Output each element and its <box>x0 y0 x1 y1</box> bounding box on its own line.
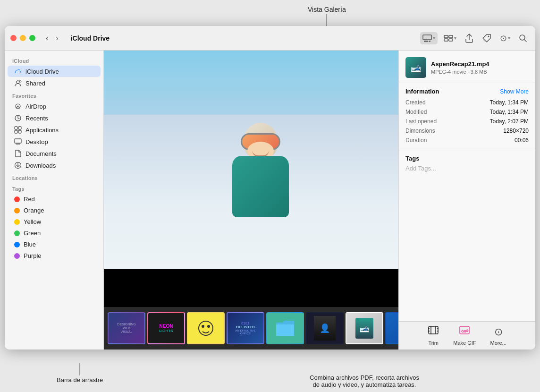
annotation-gallery-view: Vista Galería <box>308 6 346 13</box>
trim-label: Trim <box>428 340 439 346</box>
view-chevron: ▾ <box>433 35 435 41</box>
share-button[interactable] <box>463 31 476 45</box>
add-tags-field[interactable]: Add Tags... <box>405 165 529 172</box>
svg-text:GIF: GIF <box>461 329 467 333</box>
thumbnail-item[interactable] <box>266 312 304 344</box>
sidebar-label-shared: Shared <box>25 80 45 87</box>
sidebar-item-recents[interactable]: Recents <box>8 112 101 124</box>
video-preview[interactable] <box>104 51 398 307</box>
sidebar-item-blue[interactable]: Blue <box>8 239 101 250</box>
sidebar-item-icloud-drive[interactable]: iCloud Drive <box>8 66 101 77</box>
thumbnail-item[interactable] <box>187 312 225 344</box>
svg-rect-5 <box>444 39 448 41</box>
inspector-row-last-opened: Last opened Today, 2:07 PM <box>405 117 529 126</box>
more-label: More... <box>490 340 506 346</box>
svg-point-25 <box>207 325 210 328</box>
svg-line-10 <box>524 39 527 42</box>
trim-button[interactable]: Trim <box>428 325 439 346</box>
tag-button[interactable] <box>480 31 494 45</box>
svg-point-8 <box>488 35 489 37</box>
nav-buttons: ‹ › <box>43 32 61 44</box>
forward-button[interactable]: › <box>53 32 61 44</box>
inspector-value-modified: Today, 1:34 PM <box>490 109 529 115</box>
sidebar-section-favorites: Favorites <box>5 89 103 100</box>
thumbnail-item-selected[interactable]: 🎿 <box>346 312 383 344</box>
inspector-label-modified: Modified <box>405 109 427 115</box>
inspector-row-dimensions: Dimensions 1280×720 <box>405 126 529 136</box>
more-actions-button[interactable]: ⊙ ▾ <box>498 31 513 46</box>
close-button[interactable] <box>10 35 17 41</box>
thumbnail-item[interactable]: NEON LIGHTS <box>147 312 185 344</box>
thumbnail-item[interactable]: DESIGNINGWEBVISUAL <box>108 312 145 344</box>
sidebar-item-orange[interactable]: Orange <box>8 205 101 216</box>
inspector-thumbnail: 🎿 <box>405 57 426 78</box>
jacket <box>232 156 289 217</box>
sidebar-item-red[interactable]: Red <box>8 194 101 205</box>
thumbnail-item[interactable]: 👤 <box>306 312 344 344</box>
sidebar-item-green[interactable]: Green <box>8 228 101 239</box>
search-button[interactable] <box>516 32 530 45</box>
make-gif-button[interactable]: GIF Make GIF <box>453 325 476 346</box>
inspector-header: 🎿 AspenRecap21.mp4 MPEG-4 movie · 3.8 MB <box>399 51 535 83</box>
sidebar-label-green: Green <box>24 230 41 237</box>
svg-rect-1 <box>424 41 426 42</box>
desktop-icon <box>14 138 22 145</box>
fullscreen-button[interactable] <box>29 35 35 41</box>
sidebar-label-downloads: Downloads <box>25 162 56 169</box>
main-content: iCloud iCloud Drive Shared <box>5 51 535 349</box>
sidebar-label-documents: Documents <box>25 150 57 157</box>
more-button[interactable]: ⊙ More... <box>490 326 506 346</box>
sidebar-label-applications: Applications <box>25 127 59 134</box>
content-area: DESIGNINGWEBVISUAL NEON LIGHTS <box>104 51 535 349</box>
more-icon: ⊙ <box>494 326 503 338</box>
sidebar-item-documents[interactable]: Documents <box>8 148 101 159</box>
applications-icon <box>14 126 22 134</box>
sidebar-section-tags: Tags <box>5 182 103 193</box>
minimize-button[interactable] <box>20 35 26 41</box>
tag-icon <box>482 34 491 43</box>
toolbar-right: ▾ ▾ <box>420 31 530 46</box>
sidebar-item-purple[interactable]: Purple <box>8 250 101 261</box>
sidebar-item-desktop[interactable]: Desktop <box>8 136 101 147</box>
svg-point-12 <box>19 80 21 82</box>
gif-icon: GIF <box>459 325 470 338</box>
thumbnail-item[interactable]: 2021 TYPE <box>385 312 398 344</box>
sidebar-item-shared[interactable]: Shared <box>8 77 101 89</box>
orange-tag-dot <box>14 208 20 213</box>
inspector-tags-title: Tags <box>405 155 529 162</box>
skier-image <box>104 51 398 307</box>
gallery-view-icon <box>422 34 432 42</box>
inspector-filetype: MPEG-4 movie · 3.8 MB <box>431 69 529 75</box>
gallery-view-button[interactable]: ▾ <box>420 32 438 44</box>
inspector-value-duration: 00:06 <box>515 137 529 144</box>
sidebar-item-downloads[interactable]: Downloads <box>8 160 101 171</box>
sidebar-label-icloud-drive: iCloud Drive <box>25 68 59 75</box>
share-icon <box>465 34 473 43</box>
svg-rect-20 <box>15 139 21 143</box>
sidebar-item-applications[interactable]: Applications <box>8 124 101 136</box>
sidebar-item-yellow[interactable]: Yellow <box>8 216 101 227</box>
sidebar-label-purple: Purple <box>24 252 42 259</box>
inspector-label-created: Created <box>405 99 426 106</box>
back-button[interactable]: ‹ <box>43 32 51 44</box>
svg-rect-16 <box>15 127 17 129</box>
svg-rect-18 <box>15 130 17 133</box>
arrange-button[interactable]: ▾ <box>441 32 459 44</box>
svg-rect-26 <box>429 326 438 334</box>
sidebar: iCloud iCloud Drive Shared <box>5 51 104 349</box>
window-title: iCloud Drive <box>71 34 110 42</box>
blue-tag-dot <box>14 242 20 247</box>
sidebar-item-airdrop[interactable]: AirDrop <box>8 101 101 112</box>
inspector-filename: AspenRecap21.mp4 <box>431 60 529 68</box>
gallery-area: DESIGNINGWEBVISUAL NEON LIGHTS <box>104 51 535 349</box>
skier-figure <box>213 118 308 269</box>
recents-icon <box>14 114 22 122</box>
sidebar-label-airdrop: AirDrop <box>25 103 46 110</box>
svg-rect-6 <box>449 35 453 38</box>
thumbnail-item[interactable]: 01/11 DELISTED AN EFFECTIVE OFFICE <box>227 312 264 344</box>
finder-window: ‹ › iCloud Drive ▾ <box>5 26 535 349</box>
svg-point-14 <box>17 106 19 107</box>
inspector-label-duration: Duration <box>405 137 427 144</box>
show-more-button[interactable]: Show More <box>500 88 529 95</box>
inspector-row-duration: Duration 00:06 <box>405 136 529 145</box>
